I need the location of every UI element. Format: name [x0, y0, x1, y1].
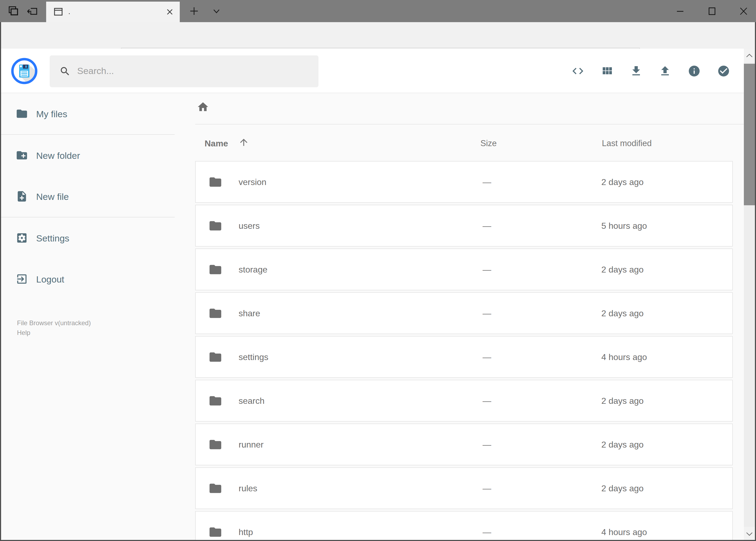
sidebar-item-new-folder[interactable]: New folder — [0, 135, 195, 176]
file-modified: 2 days ago — [601, 483, 644, 493]
sort-ascending-arrow-icon[interactable] — [238, 137, 249, 148]
breadcrumb-home-icon[interactable] — [197, 101, 209, 113]
browser-toolbar: filebrowser.web/files/ — [0, 22, 756, 49]
file-name: search — [239, 396, 265, 406]
column-header-size[interactable]: Size — [480, 139, 497, 148]
table-row[interactable]: users — 5 hours ago — [195, 205, 733, 247]
sidebar-item-label: New folder — [36, 151, 80, 161]
file-modified: 5 hours ago — [601, 221, 647, 231]
file-list: version — 2 days ago users — 5 hours ago… — [195, 161, 733, 541]
sidebar-item-my-files[interactable]: My files — [0, 93, 195, 134]
table-row[interactable]: version — 2 days ago — [195, 161, 733, 203]
file-name: storage — [239, 265, 267, 275]
sidebar-item-label: Settings — [36, 233, 69, 244]
browser-titlebar: . — [0, 0, 756, 22]
file-name: http — [239, 527, 253, 537]
new-tab-button[interactable] — [189, 6, 199, 16]
table-row[interactable]: http — 4 hours ago — [195, 511, 733, 541]
file-size: — — [483, 265, 491, 275]
tab-close-icon[interactable] — [165, 8, 174, 16]
file-modified: 2 days ago — [601, 177, 644, 187]
listing-divider — [195, 124, 744, 125]
tab-list-chevron-icon[interactable] — [211, 6, 222, 16]
file-size: — — [483, 396, 491, 406]
file-name: version — [239, 177, 266, 187]
file-size: — — [483, 352, 491, 362]
info-icon[interactable] — [688, 65, 701, 78]
scrollbar-thumb[interactable] — [744, 64, 755, 205]
folder-icon — [208, 394, 222, 408]
column-header-name[interactable]: Name — [205, 139, 228, 149]
search-icon — [59, 66, 71, 77]
tab-title: . — [68, 8, 71, 16]
table-row[interactable]: search — 2 days ago — [195, 380, 733, 422]
scroll-down-button[interactable] — [744, 527, 755, 541]
chevron-down-icon — [744, 527, 755, 541]
window-border-left — [0, 22, 1, 541]
file-name: share — [239, 308, 260, 318]
search-input[interactable] — [77, 55, 309, 86]
browser-tab[interactable]: . — [46, 2, 180, 22]
search-bar[interactable] — [50, 55, 319, 87]
window-close-button[interactable] — [737, 5, 750, 18]
tab-page-icon — [53, 7, 64, 17]
file-size: — — [483, 483, 491, 493]
file-modified: 4 hours ago — [601, 527, 647, 537]
table-row[interactable]: settings — 4 hours ago — [195, 336, 733, 378]
switch-view-code-icon[interactable] — [571, 65, 584, 78]
column-header-modified[interactable]: Last modified — [602, 139, 651, 148]
set-tabs-aside-icon[interactable] — [26, 5, 39, 18]
window-maximize-button[interactable] — [705, 5, 718, 18]
sidebar-item-label: Logout — [36, 274, 64, 285]
file-size: — — [483, 221, 491, 231]
sidebar-footer: File Browser v(untracked) Help — [17, 318, 91, 337]
scroll-up-button[interactable] — [744, 49, 755, 63]
table-row[interactable]: rules — 2 days ago — [195, 467, 733, 509]
folder-icon — [208, 350, 222, 364]
sidebar-item-label: My files — [36, 109, 67, 119]
folder-icon — [208, 263, 222, 276]
table-row[interactable]: storage — 2 days ago — [195, 249, 733, 290]
table-row[interactable]: runner — 2 days ago — [195, 423, 733, 465]
window-minimize-button[interactable] — [674, 5, 687, 18]
folder-icon — [208, 437, 222, 452]
tab-preview-icon[interactable] — [6, 5, 19, 18]
file-modified: 2 days ago — [601, 440, 644, 450]
folder-icon — [208, 481, 222, 495]
table-row[interactable]: share — 2 days ago — [195, 292, 733, 334]
sidebar-item-logout[interactable]: Logout — [0, 259, 195, 299]
help-link[interactable]: Help — [17, 328, 91, 337]
file-name: settings — [239, 352, 268, 362]
folder-icon — [208, 306, 222, 320]
file-name: users — [239, 221, 260, 231]
grid-view-icon[interactable] — [601, 65, 614, 78]
chevron-up-icon — [744, 49, 755, 63]
download-icon[interactable] — [630, 65, 642, 78]
file-modified: 2 days ago — [601, 396, 644, 406]
folder-icon — [208, 525, 222, 539]
file-name: runner — [239, 440, 264, 450]
file-size: — — [483, 308, 491, 318]
window-border-right — [755, 22, 756, 541]
sidebar-item-new-file[interactable]: New file — [0, 176, 195, 217]
file-size: — — [483, 527, 491, 537]
upload-icon[interactable] — [658, 65, 671, 78]
file-plus-icon — [16, 190, 28, 203]
logout-icon — [16, 273, 28, 285]
folder-icon — [208, 175, 222, 189]
sidebar: My files New folder New file Settings Lo… — [0, 93, 195, 541]
file-modified: 4 hours ago — [601, 352, 647, 362]
folder-icon — [16, 108, 28, 120]
file-modified: 2 days ago — [601, 265, 644, 275]
file-browser-logo[interactable] — [11, 58, 38, 84]
page-scrollbar[interactable] — [744, 49, 755, 541]
file-size: — — [483, 177, 491, 187]
select-check-icon[interactable] — [717, 65, 730, 78]
file-name: rules — [239, 483, 257, 493]
folder-icon — [208, 219, 222, 233]
folder-plus-icon — [16, 149, 28, 162]
sidebar-item-label: New file — [36, 192, 69, 202]
window-border-bottom — [0, 540, 756, 541]
sidebar-item-settings[interactable]: Settings — [0, 218, 195, 259]
file-modified: 2 days ago — [601, 308, 644, 318]
